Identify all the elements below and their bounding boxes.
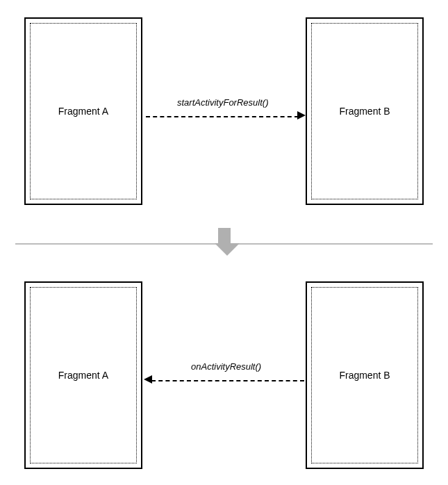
fragment-a-box-bottom: Fragment A: [24, 281, 142, 469]
fragment-b-label-bottom: Fragment B: [339, 370, 390, 381]
arrow-label-on-activity-result: onActivityResult(): [191, 361, 261, 372]
fragment-a-label-bottom: Fragment A: [58, 370, 108, 381]
down-arrow-icon: [215, 228, 234, 256]
arrow-bottom: [151, 380, 304, 381]
arrow-label-start-activity: startActivityForResult(): [177, 97, 268, 108]
fragment-b-box-bottom: Fragment B: [306, 281, 424, 469]
fragment-a-label-top: Fragment A: [58, 106, 108, 117]
arrowhead-right-icon: [297, 111, 306, 120]
arrowhead-left-icon: [144, 375, 152, 384]
arrow-top: [146, 116, 299, 117]
fragment-b-label-top: Fragment B: [339, 106, 390, 117]
diagram-stage: Fragment A Fragment B startActivityForRe…: [0, 0, 448, 485]
fragment-b-box-top: Fragment B: [306, 17, 424, 205]
fragment-a-box-top: Fragment A: [24, 17, 142, 205]
